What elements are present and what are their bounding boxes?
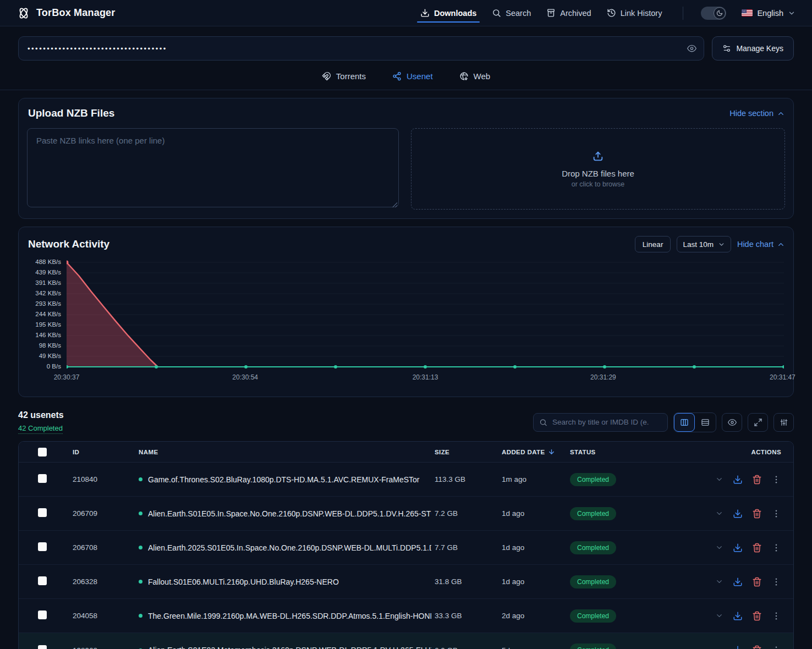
row-name[interactable]: Game.of.Thrones.S02.BluRay.1080p.DTS-HD.…: [148, 475, 420, 484]
row-menu-button[interactable]: [771, 577, 781, 587]
scale-toggle-button[interactable]: Linear: [635, 236, 671, 252]
column-header-added-date[interactable]: ADDED DATE: [497, 448, 563, 455]
kebab-icon: [771, 509, 781, 519]
expand-row-button[interactable]: [715, 646, 723, 649]
row-size: 6.0 GB: [431, 646, 497, 649]
column-header-id[interactable]: ID: [61, 449, 127, 455]
column-header-size[interactable]: SIZE: [431, 449, 497, 455]
columns-view-button[interactable]: [674, 413, 695, 432]
usenet-count-label: 42 usenets: [18, 410, 64, 420]
expand-row-button[interactable]: [715, 612, 723, 620]
row-size: 7.7 GB: [431, 543, 497, 552]
row-checkbox[interactable]: [38, 645, 47, 649]
expand-row-button[interactable]: [715, 543, 723, 552]
row-name[interactable]: Alien.Earth.2025.S01E05.In.Space.No.One.…: [148, 543, 431, 552]
download-button[interactable]: [733, 543, 743, 553]
delete-button[interactable]: [752, 645, 762, 649]
nav-item-search[interactable]: Search: [492, 0, 531, 26]
row-checkbox[interactable]: [38, 542, 47, 551]
chevron-down-icon: [715, 646, 723, 649]
x-axis-tick: 20:31:47: [770, 373, 795, 381]
expand-row-button[interactable]: [715, 475, 723, 483]
hide-chart-link[interactable]: Hide chart: [737, 240, 785, 249]
nav-item-link-history[interactable]: Link History: [607, 0, 662, 26]
row-size: 33.3 GB: [431, 612, 497, 620]
select-all-checkbox[interactable]: [38, 448, 47, 457]
download-button[interactable]: [733, 577, 743, 587]
download-button[interactable]: [733, 509, 743, 519]
language-selector[interactable]: English: [742, 9, 795, 18]
row-checkbox[interactable]: [38, 508, 47, 517]
delete-button[interactable]: [752, 577, 762, 587]
delete-button[interactable]: [752, 543, 762, 553]
nav-item-archived[interactable]: Archived: [546, 0, 591, 26]
row-name[interactable]: Alien.Earth.S01E05.In.Space.No.One.2160p…: [148, 509, 431, 518]
tab-label: Usenet: [407, 72, 433, 81]
row-menu-button[interactable]: [771, 611, 781, 621]
completed-filter-label[interactable]: 42 Completed: [18, 424, 63, 434]
chevron-down-icon: [715, 475, 723, 483]
status-badge: Completed: [570, 507, 616, 520]
tab-web[interactable]: Web: [459, 72, 491, 81]
chart-y-labels: 488 KB/s439 KB/s391 KB/s342 KB/s293 KB/s…: [27, 259, 61, 370]
time-range-select[interactable]: Last 10m: [677, 236, 731, 252]
toggle-key-visibility-button[interactable]: [687, 44, 696, 53]
tabs-divider: [0, 90, 812, 90]
table-row: 198962Alien Earth S01E03 Metamorphosis 2…: [19, 633, 793, 649]
row-menu-button[interactable]: [771, 509, 781, 519]
search-input[interactable]: [533, 413, 668, 432]
expand-view-button[interactable]: [748, 413, 768, 432]
moon-icon: [716, 10, 723, 16]
nzb-links-textarea[interactable]: [27, 128, 399, 207]
download-icon: [733, 543, 743, 553]
added-date-label: ADDED DATE: [502, 449, 545, 455]
trash-icon: [752, 577, 762, 587]
table-row: 206328Fallout.S01E06.MULTi.2160p.UHD.Blu…: [19, 565, 793, 599]
torbox-logo-icon: [17, 6, 31, 20]
hide-section-link[interactable]: Hide section: [729, 109, 785, 118]
download-button[interactable]: [733, 475, 743, 485]
api-key-input[interactable]: [18, 36, 704, 61]
row-menu-button[interactable]: [771, 475, 781, 485]
rows-view-button[interactable]: [695, 413, 716, 432]
nav-item-downloads[interactable]: Downloads: [420, 0, 476, 26]
table-row: 210840Game.of.Thrones.S02.BluRay.1080p.D…: [19, 463, 793, 497]
manage-keys-button[interactable]: Manage Keys: [712, 36, 794, 61]
expand-row-button[interactable]: [715, 509, 723, 518]
row-checkbox[interactable]: [38, 610, 47, 619]
magnet-icon: [322, 72, 331, 81]
row-checkbox[interactable]: [38, 576, 47, 585]
nav-item-label: Downloads: [434, 9, 476, 18]
trash-icon: [752, 645, 762, 649]
brand[interactable]: TorBox Manager: [17, 6, 116, 20]
column-header-name[interactable]: NAME: [127, 449, 431, 455]
eye-icon: [728, 418, 737, 427]
theme-toggle[interactable]: [701, 7, 726, 20]
theme-knob: [714, 7, 726, 19]
tab-usenet[interactable]: Usenet: [392, 72, 433, 81]
delete-button[interactable]: [752, 509, 762, 519]
nav-divider: [683, 7, 683, 20]
download-icon: [733, 645, 743, 649]
expand-row-button[interactable]: [715, 578, 723, 586]
row-name[interactable]: Alien Earth S01E03 Metamorphosis 2160p D…: [148, 646, 431, 649]
tab-torrents[interactable]: Torrents: [322, 72, 366, 81]
row-checkbox[interactable]: [38, 474, 47, 483]
column-header-status[interactable]: STATUS: [563, 449, 706, 455]
filter-options-button[interactable]: [773, 413, 794, 432]
nzb-dropzone[interactable]: Drop NZB files here or click to browse: [411, 128, 785, 210]
row-menu-button[interactable]: [771, 543, 781, 553]
hide-chart-label: Hide chart: [737, 240, 773, 249]
y-axis-tick: 391 KB/s: [35, 279, 61, 286]
delete-button[interactable]: [752, 475, 762, 485]
nav-item-label: Link History: [621, 9, 662, 18]
row-name[interactable]: The.Green.Mile.1999.2160p.MA.WEB-DL.H265…: [148, 612, 431, 620]
visibility-options-button[interactable]: [722, 413, 742, 432]
tab-label: Web: [474, 72, 491, 81]
row-size: 7.2 GB: [431, 509, 497, 518]
delete-button[interactable]: [752, 611, 762, 621]
row-menu-button[interactable]: [771, 645, 781, 649]
download-button[interactable]: [733, 611, 743, 621]
row-name[interactable]: Fallout.S01E06.MULTi.2160p.UHD.BluRay.H2…: [148, 578, 339, 586]
download-button[interactable]: [733, 645, 743, 649]
